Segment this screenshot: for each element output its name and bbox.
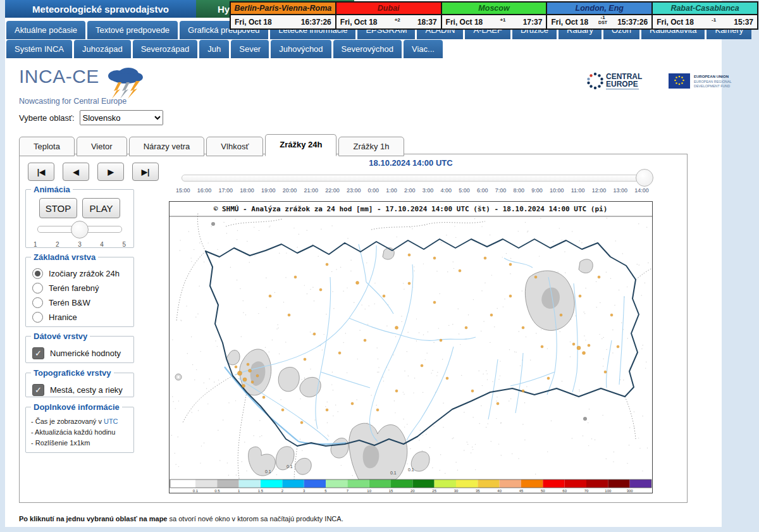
next-frame-button[interactable]: ▶ xyxy=(97,163,124,181)
clock-time-row: Fri, Oct 18-1DST15:37:26 xyxy=(547,14,651,28)
tab-zr-ky-1h[interactable]: Zrážky 1h xyxy=(338,137,404,156)
radio-selected[interactable] xyxy=(32,268,43,279)
clock-london-eng: London, EngFri, Oct 18-1DST15:37:26 xyxy=(546,1,653,30)
svg-text:35: 35 xyxy=(476,489,480,493)
time-tick: 12:00 xyxy=(592,187,607,194)
time-tick: 22:00 xyxy=(325,187,340,194)
base-layer-option-hranice[interactable]: Hranice xyxy=(32,312,127,323)
svg-text:15: 15 xyxy=(389,489,393,493)
prev-frame-button[interactable]: ◀ xyxy=(63,163,89,181)
topo-layers-legend: Topografické vrstvy xyxy=(31,368,114,378)
data-layer-option-numerick-hodnoty[interactable]: Numerické hodnoty xyxy=(32,347,127,359)
option-label: Terén farebný xyxy=(49,283,99,293)
region-tab-juh[interactable]: Juh xyxy=(199,40,229,58)
data-layers-legend: Dátové vrstvy xyxy=(31,331,90,341)
clock-time: 18:37 xyxy=(417,18,437,27)
clock-rabat-casablanca: Rabat-CasablancaFri, Oct 18-115:37 xyxy=(651,1,758,30)
app-title-bar: Meteorologické spravodajstvo xyxy=(5,0,196,18)
time-slider-thumb[interactable] xyxy=(636,169,653,187)
speed-label: 5 xyxy=(122,241,126,248)
time-tick: 17:00 xyxy=(218,187,233,194)
current-frame-timestamp: 18.10.2024 14:00 UTC xyxy=(169,158,653,168)
svg-text:20: 20 xyxy=(410,489,415,493)
clock-time-row: Fri, Oct 18+218:37 xyxy=(336,14,441,28)
radio-unselected[interactable] xyxy=(32,297,43,308)
info-line: - Čas je zobrazovaný v UTC xyxy=(31,418,128,425)
clock-date: Fri, Oct 18 xyxy=(657,18,694,27)
checkbox-checked[interactable] xyxy=(32,384,44,396)
time-slider[interactable] xyxy=(182,175,645,182)
product-tabs: TeplotaVietorNárazy vetraVlhkosťZrážky 2… xyxy=(19,134,406,156)
play-button[interactable]: PLAY xyxy=(82,198,120,218)
base-layer-option-ter-n-b-w[interactable]: Terén B&W xyxy=(32,297,127,308)
base-layer-legend: Základná vrstva xyxy=(31,252,98,262)
first-frame-button[interactable]: |◀ xyxy=(28,163,54,181)
clock-date: Fri, Oct 18 xyxy=(340,18,378,27)
stop-button[interactable]: STOP xyxy=(39,198,77,218)
option-label: Hranice xyxy=(49,312,77,322)
svg-text:40: 40 xyxy=(497,489,502,493)
clock-city-label: Berlin-Paris-Vienna-Roma xyxy=(231,3,335,14)
tab-vietor[interactable]: Vietor xyxy=(77,137,127,156)
svg-text:0.1: 0.1 xyxy=(265,469,271,474)
speed-slider[interactable] xyxy=(37,226,122,233)
time-tick: 21:00 xyxy=(304,187,318,194)
clock-date: Fri, Oct 18 xyxy=(446,18,483,27)
animation-legend: Animácia xyxy=(31,185,73,194)
topo-layer-option-mest-cesty-a-rieky[interactable]: Mestá, cesty a rieky xyxy=(32,384,127,396)
region-tab-sever[interactable]: Sever xyxy=(231,40,269,58)
time-tick: 23:00 xyxy=(347,187,361,194)
color-scale: 0.10.511.5235710152025303540455060701003… xyxy=(170,479,651,493)
region-tab-juhoz-pad[interactable]: Juhozápad xyxy=(74,40,131,58)
tab-teplota[interactable]: Teplota xyxy=(19,137,75,156)
base-layer-option-izo-iary-zr-ok-24h[interactable]: Izočiary zrážok 24h xyxy=(32,268,127,279)
checkbox-checked[interactable] xyxy=(32,347,44,359)
svg-text:EUROPE: EUROPE xyxy=(606,80,638,89)
time-tick: 9:00 xyxy=(531,187,543,194)
region-tab-viac[interactable]: Viac... xyxy=(404,40,443,58)
clock-dubai: DubaiFri, Oct 18+218:37 xyxy=(335,1,442,30)
time-tick: 0:00 xyxy=(368,187,379,194)
region-tab-juhov-chod[interactable]: Juhovýchod xyxy=(271,40,331,58)
region-tab-severov-chod[interactable]: Severovýchod xyxy=(333,40,402,58)
region-nav: Systém INCAJuhozápadSeverozápadJuhSeverJ… xyxy=(6,40,443,58)
clock-utc-offset: +1 xyxy=(500,18,505,23)
tab-n-razy-vetra[interactable]: Nárazy vetra xyxy=(129,137,205,156)
info-line: - Aktualizácia každú hodinu xyxy=(31,428,128,436)
time-tick: 4:00 xyxy=(441,187,452,194)
radio-unselected[interactable] xyxy=(32,312,43,323)
last-frame-button[interactable]: ▶| xyxy=(132,163,159,181)
world-clocks: Berlin-Paris-Vienna-RomaFri, Oct 1816:37… xyxy=(230,1,758,30)
precipitation-map[interactable]: 0.10.10.10.1 0.10.511.523571015202530354… xyxy=(169,201,653,493)
inca-logo-title: INCA-CE xyxy=(19,66,99,87)
radio-unselected[interactable] xyxy=(32,283,43,294)
base-layer-option-ter-n-farebn[interactable]: Terén farebný xyxy=(32,283,127,294)
clock-city-label: Rabat-Casablanca xyxy=(653,3,757,14)
region-tab-syst-m-inca[interactable]: Systém INCA xyxy=(6,40,72,58)
nav-tab-textov-predpovede[interactable]: Textové predpovede xyxy=(87,21,178,39)
base-layer-fieldset: Základná vrstva Izočiary zrážok 24hTerén… xyxy=(25,252,134,327)
option-label: Numerické hodnoty xyxy=(50,349,121,358)
region-select-row: Vyberte oblasť: Slovensko xyxy=(19,110,163,125)
tab-vlhkos[interactable]: Vlhkosť xyxy=(206,137,263,156)
time-tick: 8:00 xyxy=(513,187,524,194)
clock-time-row: Fri, Oct 1816:37:26 xyxy=(231,14,335,28)
speed-scale: 12345 xyxy=(34,241,126,248)
utc-link[interactable]: UTC xyxy=(104,418,118,425)
time-tick-labels: 15:0016:0017:0018:0019:0020:0021:0022:00… xyxy=(176,187,649,194)
clock-moscow: MoscowFri, Oct 18+117:37 xyxy=(441,1,548,30)
storm-cloud-icon xyxy=(101,66,146,99)
time-tick: 16:00 xyxy=(197,187,212,194)
region-select[interactable]: Slovensko xyxy=(80,110,163,125)
offset-value: +1 xyxy=(500,18,505,23)
time-tick: 19:00 xyxy=(261,187,276,194)
option-label: Mestá, cesty a rieky xyxy=(50,385,123,395)
offset-value: +2 xyxy=(395,18,400,23)
hydro-title-partial: Hy xyxy=(218,4,230,15)
speed-slider-thumb[interactable] xyxy=(71,221,89,238)
clock-city-label: London, Eng xyxy=(547,3,651,14)
region-tab-severoz-pad[interactable]: Severozápad xyxy=(133,40,198,58)
nav-tab-aktu-lne-po-asie[interactable]: Aktuálne počasie xyxy=(6,21,85,39)
tab-zr-ky-24h[interactable]: Zrážky 24h xyxy=(265,134,336,156)
clock-time-row: Fri, Oct 18-115:37 xyxy=(653,14,757,28)
